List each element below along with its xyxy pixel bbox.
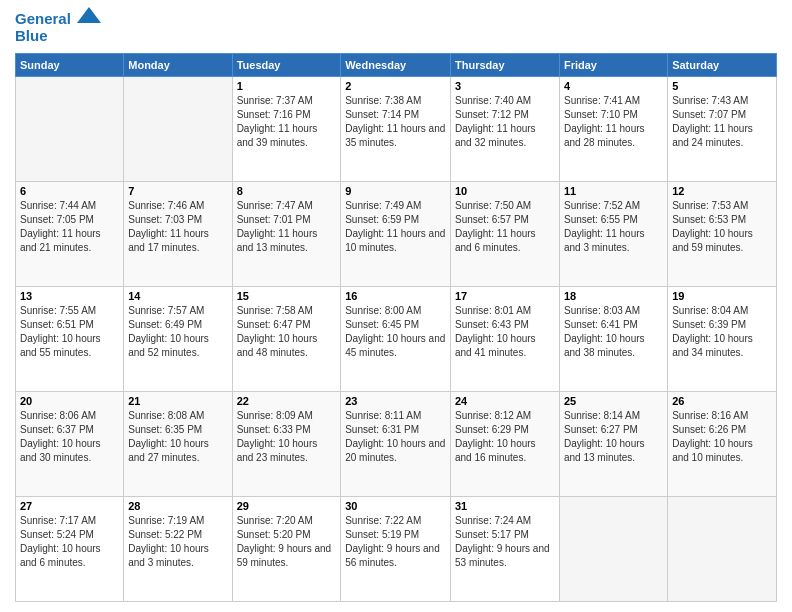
logo: General Blue: [15, 10, 101, 45]
day-info: Sunrise: 7:43 AM Sunset: 7:07 PM Dayligh…: [672, 94, 772, 150]
calendar-cell: 9Sunrise: 7:49 AM Sunset: 6:59 PM Daylig…: [341, 181, 451, 286]
calendar-cell: 20Sunrise: 8:06 AM Sunset: 6:37 PM Dayli…: [16, 391, 124, 496]
calendar-cell: 11Sunrise: 7:52 AM Sunset: 6:55 PM Dayli…: [559, 181, 667, 286]
page: General Blue SundayMondayTuesdayWednesda…: [0, 0, 792, 612]
calendar-cell: 31Sunrise: 7:24 AM Sunset: 5:17 PM Dayli…: [451, 496, 560, 601]
day-header: Sunday: [16, 53, 124, 76]
day-number: 26: [672, 395, 772, 407]
day-number: 6: [20, 185, 119, 197]
day-number: 31: [455, 500, 555, 512]
calendar-cell: 4Sunrise: 7:41 AM Sunset: 7:10 PM Daylig…: [559, 76, 667, 181]
logo-text: General: [15, 10, 101, 27]
day-info: Sunrise: 8:01 AM Sunset: 6:43 PM Dayligh…: [455, 304, 555, 360]
calendar-week: 1Sunrise: 7:37 AM Sunset: 7:16 PM Daylig…: [16, 76, 777, 181]
svg-marker-0: [77, 7, 101, 23]
logo-icon: [77, 7, 101, 23]
calendar-cell: 23Sunrise: 8:11 AM Sunset: 6:31 PM Dayli…: [341, 391, 451, 496]
day-header: Monday: [124, 53, 232, 76]
day-header: Tuesday: [232, 53, 341, 76]
day-number: 8: [237, 185, 337, 197]
calendar-cell: 19Sunrise: 8:04 AM Sunset: 6:39 PM Dayli…: [668, 286, 777, 391]
day-header: Wednesday: [341, 53, 451, 76]
day-number: 4: [564, 80, 663, 92]
day-info: Sunrise: 8:04 AM Sunset: 6:39 PM Dayligh…: [672, 304, 772, 360]
calendar-cell: 29Sunrise: 7:20 AM Sunset: 5:20 PM Dayli…: [232, 496, 341, 601]
calendar-cell: 17Sunrise: 8:01 AM Sunset: 6:43 PM Dayli…: [451, 286, 560, 391]
day-number: 1: [237, 80, 337, 92]
day-info: Sunrise: 7:52 AM Sunset: 6:55 PM Dayligh…: [564, 199, 663, 255]
day-number: 19: [672, 290, 772, 302]
calendar-cell: 18Sunrise: 8:03 AM Sunset: 6:41 PM Dayli…: [559, 286, 667, 391]
day-number: 9: [345, 185, 446, 197]
day-info: Sunrise: 7:53 AM Sunset: 6:53 PM Dayligh…: [672, 199, 772, 255]
calendar-cell: [559, 496, 667, 601]
day-number: 20: [20, 395, 119, 407]
calendar-cell: 14Sunrise: 7:57 AM Sunset: 6:49 PM Dayli…: [124, 286, 232, 391]
day-number: 27: [20, 500, 119, 512]
day-info: Sunrise: 7:57 AM Sunset: 6:49 PM Dayligh…: [128, 304, 227, 360]
day-number: 11: [564, 185, 663, 197]
day-info: Sunrise: 8:09 AM Sunset: 6:33 PM Dayligh…: [237, 409, 337, 465]
day-number: 10: [455, 185, 555, 197]
calendar-cell: 28Sunrise: 7:19 AM Sunset: 5:22 PM Dayli…: [124, 496, 232, 601]
day-number: 14: [128, 290, 227, 302]
day-number: 13: [20, 290, 119, 302]
calendar-cell: 25Sunrise: 8:14 AM Sunset: 6:27 PM Dayli…: [559, 391, 667, 496]
day-info: Sunrise: 7:58 AM Sunset: 6:47 PM Dayligh…: [237, 304, 337, 360]
day-info: Sunrise: 8:08 AM Sunset: 6:35 PM Dayligh…: [128, 409, 227, 465]
day-number: 18: [564, 290, 663, 302]
day-info: Sunrise: 7:44 AM Sunset: 7:05 PM Dayligh…: [20, 199, 119, 255]
calendar-cell: 2Sunrise: 7:38 AM Sunset: 7:14 PM Daylig…: [341, 76, 451, 181]
day-info: Sunrise: 7:17 AM Sunset: 5:24 PM Dayligh…: [20, 514, 119, 570]
calendar-cell: 26Sunrise: 8:16 AM Sunset: 6:26 PM Dayli…: [668, 391, 777, 496]
calendar-week: 20Sunrise: 8:06 AM Sunset: 6:37 PM Dayli…: [16, 391, 777, 496]
day-header: Saturday: [668, 53, 777, 76]
day-header: Thursday: [451, 53, 560, 76]
calendar-cell: 30Sunrise: 7:22 AM Sunset: 5:19 PM Dayli…: [341, 496, 451, 601]
day-number: 25: [564, 395, 663, 407]
calendar-cell: 21Sunrise: 8:08 AM Sunset: 6:35 PM Dayli…: [124, 391, 232, 496]
day-info: Sunrise: 7:37 AM Sunset: 7:16 PM Dayligh…: [237, 94, 337, 150]
calendar-cell: 24Sunrise: 8:12 AM Sunset: 6:29 PM Dayli…: [451, 391, 560, 496]
day-info: Sunrise: 7:38 AM Sunset: 7:14 PM Dayligh…: [345, 94, 446, 150]
day-number: 23: [345, 395, 446, 407]
day-info: Sunrise: 7:55 AM Sunset: 6:51 PM Dayligh…: [20, 304, 119, 360]
calendar-cell: 12Sunrise: 7:53 AM Sunset: 6:53 PM Dayli…: [668, 181, 777, 286]
day-number: 15: [237, 290, 337, 302]
calendar-cell: 5Sunrise: 7:43 AM Sunset: 7:07 PM Daylig…: [668, 76, 777, 181]
day-number: 28: [128, 500, 227, 512]
day-info: Sunrise: 7:24 AM Sunset: 5:17 PM Dayligh…: [455, 514, 555, 570]
calendar-cell: [124, 76, 232, 181]
calendar-cell: 8Sunrise: 7:47 AM Sunset: 7:01 PM Daylig…: [232, 181, 341, 286]
day-info: Sunrise: 7:19 AM Sunset: 5:22 PM Dayligh…: [128, 514, 227, 570]
calendar-week: 6Sunrise: 7:44 AM Sunset: 7:05 PM Daylig…: [16, 181, 777, 286]
calendar-cell: 13Sunrise: 7:55 AM Sunset: 6:51 PM Dayli…: [16, 286, 124, 391]
calendar-week: 27Sunrise: 7:17 AM Sunset: 5:24 PM Dayli…: [16, 496, 777, 601]
day-header: Friday: [559, 53, 667, 76]
day-number: 21: [128, 395, 227, 407]
day-info: Sunrise: 7:50 AM Sunset: 6:57 PM Dayligh…: [455, 199, 555, 255]
day-info: Sunrise: 7:49 AM Sunset: 6:59 PM Dayligh…: [345, 199, 446, 255]
calendar-cell: 16Sunrise: 8:00 AM Sunset: 6:45 PM Dayli…: [341, 286, 451, 391]
day-number: 7: [128, 185, 227, 197]
calendar-cell: 27Sunrise: 7:17 AM Sunset: 5:24 PM Dayli…: [16, 496, 124, 601]
day-number: 3: [455, 80, 555, 92]
day-info: Sunrise: 8:12 AM Sunset: 6:29 PM Dayligh…: [455, 409, 555, 465]
day-number: 30: [345, 500, 446, 512]
logo-blue: Blue: [15, 27, 101, 44]
day-info: Sunrise: 8:14 AM Sunset: 6:27 PM Dayligh…: [564, 409, 663, 465]
calendar-cell: 15Sunrise: 7:58 AM Sunset: 6:47 PM Dayli…: [232, 286, 341, 391]
calendar-week: 13Sunrise: 7:55 AM Sunset: 6:51 PM Dayli…: [16, 286, 777, 391]
day-number: 2: [345, 80, 446, 92]
calendar-cell: 22Sunrise: 8:09 AM Sunset: 6:33 PM Dayli…: [232, 391, 341, 496]
day-info: Sunrise: 8:00 AM Sunset: 6:45 PM Dayligh…: [345, 304, 446, 360]
day-info: Sunrise: 8:03 AM Sunset: 6:41 PM Dayligh…: [564, 304, 663, 360]
day-number: 22: [237, 395, 337, 407]
day-info: Sunrise: 7:20 AM Sunset: 5:20 PM Dayligh…: [237, 514, 337, 570]
day-info: Sunrise: 7:40 AM Sunset: 7:12 PM Dayligh…: [455, 94, 555, 150]
header-row: SundayMondayTuesdayWednesdayThursdayFrid…: [16, 53, 777, 76]
day-info: Sunrise: 7:47 AM Sunset: 7:01 PM Dayligh…: [237, 199, 337, 255]
day-number: 24: [455, 395, 555, 407]
day-info: Sunrise: 8:06 AM Sunset: 6:37 PM Dayligh…: [20, 409, 119, 465]
calendar: SundayMondayTuesdayWednesdayThursdayFrid…: [15, 53, 777, 603]
